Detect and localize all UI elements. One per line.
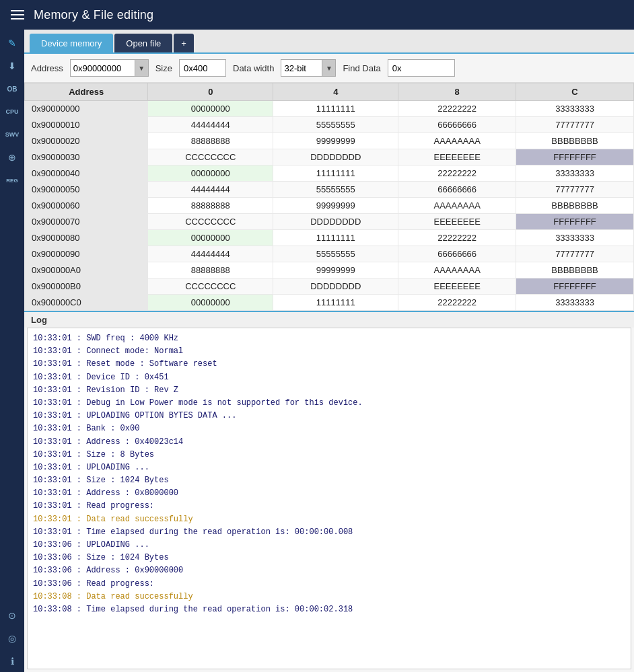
cell-data[interactable]: CCCCCCCC bbox=[148, 278, 273, 295]
sidebar-io-icon[interactable]: ⊙ bbox=[1, 605, 23, 626]
cell-data[interactable]: CCCCCCCC bbox=[148, 214, 273, 230]
tab-device-memory[interactable]: Device memory bbox=[30, 34, 113, 52]
cell-data[interactable]: 33333333 bbox=[516, 165, 634, 182]
cell-data[interactable]: FFFFFFFF bbox=[516, 149, 634, 165]
hamburger-icon[interactable] bbox=[11, 10, 24, 20]
sidebar-cpu-icon[interactable]: CPU bbox=[1, 101, 23, 122]
sidebar-info-icon[interactable]: ℹ bbox=[1, 650, 23, 672]
table-row[interactable]: 0x90000030CCCCCCCCDDDDDDDDEEEEEEEEFFFFFF… bbox=[25, 149, 634, 165]
cell-data[interactable]: 44444444 bbox=[148, 117, 273, 133]
log-line: 10:33:01 : Debug in Low Power mode is no… bbox=[33, 397, 625, 410]
cell-address: 0x90000020 bbox=[25, 133, 148, 149]
cell-data[interactable]: 77777777 bbox=[516, 117, 634, 133]
cell-data[interactable]: 55555555 bbox=[273, 117, 398, 133]
table-row[interactable]: 0x90000050444444445555555566666666777777… bbox=[25, 182, 634, 198]
cell-data[interactable]: BBBBBBBB bbox=[516, 198, 634, 214]
cell-data[interactable]: DDDDDDDD bbox=[273, 149, 398, 165]
sidebar-ob-icon[interactable]: OB bbox=[1, 78, 23, 100]
cell-data[interactable]: 00000000 bbox=[148, 101, 273, 117]
table-row[interactable]: 0x900000A08888888899999999AAAAAAAABBBBBB… bbox=[25, 262, 634, 278]
cell-data[interactable]: FFFFFFFF bbox=[516, 278, 634, 295]
cell-data[interactable]: 88888888 bbox=[148, 133, 273, 149]
table-row[interactable]: 0x900000208888888899999999AAAAAAAABBBBBB… bbox=[25, 133, 634, 149]
cell-data[interactable]: 66666666 bbox=[398, 117, 516, 133]
tab-open-file[interactable]: Open file bbox=[114, 34, 172, 52]
cell-data[interactable]: CCCCCCCC bbox=[148, 149, 273, 165]
cell-data[interactable]: EEEEEEEE bbox=[398, 214, 516, 230]
cell-data[interactable]: 11111111 bbox=[273, 295, 398, 311]
memory-section: Address 0 4 8 C 0x9000000000000000111111… bbox=[24, 83, 634, 312]
cell-data[interactable]: 33333333 bbox=[516, 295, 634, 311]
cell-data[interactable]: DDDDDDDD bbox=[273, 278, 398, 295]
cell-address: 0x90000070 bbox=[25, 214, 148, 230]
address-dropdown-btn[interactable]: ▼ bbox=[135, 60, 148, 76]
cell-data[interactable]: 22222222 bbox=[398, 101, 516, 117]
table-header-row: Address 0 4 8 C bbox=[25, 83, 634, 101]
cell-data[interactable]: 99999999 bbox=[273, 198, 398, 214]
data-width-input[interactable] bbox=[281, 61, 322, 75]
data-width-dropdown-btn[interactable]: ▼ bbox=[322, 60, 335, 76]
cell-data[interactable]: 88888888 bbox=[148, 198, 273, 214]
cell-data[interactable]: 99999999 bbox=[273, 133, 398, 149]
cell-data[interactable]: BBBBBBBB bbox=[516, 133, 634, 149]
log-content[interactable]: 10:33:01 : SWD freq : 4000 KHz10:33:01 :… bbox=[27, 328, 631, 669]
cell-data[interactable]: 00000000 bbox=[148, 165, 273, 182]
cell-data[interactable]: 33333333 bbox=[516, 230, 634, 246]
cell-data[interactable]: FFFFFFFF bbox=[516, 214, 634, 230]
size-label: Size bbox=[155, 63, 172, 73]
cell-data[interactable]: AAAAAAAA bbox=[398, 198, 516, 214]
cell-data[interactable]: 55555555 bbox=[273, 182, 398, 198]
tab-add[interactable]: + bbox=[174, 34, 194, 52]
size-input[interactable] bbox=[179, 59, 226, 77]
address-input[interactable] bbox=[71, 61, 135, 75]
log-line: 10:33:01 : SWD freq : 4000 KHz bbox=[33, 332, 625, 345]
sidebar: ✎ ⬇ OB CPU SWV ⊕ REG ⊙ ◎ ℹ bbox=[0, 30, 24, 672]
find-data-input[interactable] bbox=[388, 59, 455, 77]
cell-address: 0x90000030 bbox=[25, 149, 148, 165]
cell-data[interactable]: 99999999 bbox=[273, 262, 398, 278]
cell-data[interactable]: 77777777 bbox=[516, 182, 634, 198]
cell-data[interactable]: EEEEEEEE bbox=[398, 149, 516, 165]
table-row[interactable]: 0x900000608888888899999999AAAAAAAABBBBBB… bbox=[25, 198, 634, 214]
cell-data[interactable]: 88888888 bbox=[148, 262, 273, 278]
cell-data[interactable]: 11111111 bbox=[273, 101, 398, 117]
sidebar-swv-icon[interactable]: SWV bbox=[1, 124, 23, 145]
cell-data[interactable]: 00000000 bbox=[148, 295, 273, 311]
cell-data[interactable]: AAAAAAAA bbox=[398, 262, 516, 278]
cell-data[interactable]: 22222222 bbox=[398, 295, 516, 311]
sidebar-download-icon[interactable]: ⬇ bbox=[1, 55, 23, 77]
log-line: 10:33:01 : Device ID : 0x451 bbox=[33, 371, 625, 384]
sidebar-shield-icon[interactable]: ⊕ bbox=[1, 147, 23, 168]
table-row[interactable]: 0x90000040000000001111111122222222333333… bbox=[25, 165, 634, 182]
cell-data[interactable]: AAAAAAAA bbox=[398, 133, 516, 149]
table-row[interactable]: 0x90000080000000001111111122222222333333… bbox=[25, 230, 634, 246]
sidebar-reg-icon[interactable]: REG bbox=[1, 170, 23, 191]
table-row[interactable]: 0x90000010444444445555555566666666777777… bbox=[25, 117, 634, 133]
cell-data[interactable]: EEEEEEEE bbox=[398, 278, 516, 295]
cell-data[interactable]: 33333333 bbox=[516, 101, 634, 117]
table-row[interactable]: 0x900000C0000000001111111122222222333333… bbox=[25, 295, 634, 311]
log-line: 10:33:08 : Data read successfully bbox=[33, 591, 625, 603]
cell-data[interactable]: DDDDDDDD bbox=[273, 214, 398, 230]
table-row[interactable]: 0x900000B0CCCCCCCCDDDDDDDDEEEEEEEEFFFFFF… bbox=[25, 278, 634, 295]
cell-data[interactable]: 55555555 bbox=[273, 246, 398, 262]
sidebar-edit-icon[interactable]: ✎ bbox=[1, 32, 23, 54]
sidebar-target-icon[interactable]: ◎ bbox=[1, 628, 23, 649]
cell-data[interactable]: 77777777 bbox=[516, 246, 634, 262]
cell-data[interactable]: 22222222 bbox=[398, 165, 516, 182]
cell-data[interactable]: 22222222 bbox=[398, 230, 516, 246]
cell-data[interactable]: 66666666 bbox=[398, 246, 516, 262]
cell-data[interactable]: 11111111 bbox=[273, 230, 398, 246]
table-row[interactable]: 0x90000000000000001111111122222222333333… bbox=[25, 101, 634, 117]
cell-data[interactable]: 44444444 bbox=[148, 246, 273, 262]
col-8: 8 bbox=[398, 83, 516, 101]
cell-data[interactable]: 00000000 bbox=[148, 230, 273, 246]
cell-data[interactable]: 11111111 bbox=[273, 165, 398, 182]
table-row[interactable]: 0x90000070CCCCCCCCDDDDDDDDEEEEEEEEFFFFFF… bbox=[25, 214, 634, 230]
cell-data[interactable]: 44444444 bbox=[148, 182, 273, 198]
cell-data[interactable]: 66666666 bbox=[398, 182, 516, 198]
col-address: Address bbox=[25, 83, 148, 101]
cell-data[interactable]: BBBBBBBB bbox=[516, 262, 634, 278]
table-row[interactable]: 0x90000090444444445555555566666666777777… bbox=[25, 246, 634, 262]
log-line: 10:33:01 : Size : 1024 Bytes bbox=[33, 474, 625, 487]
